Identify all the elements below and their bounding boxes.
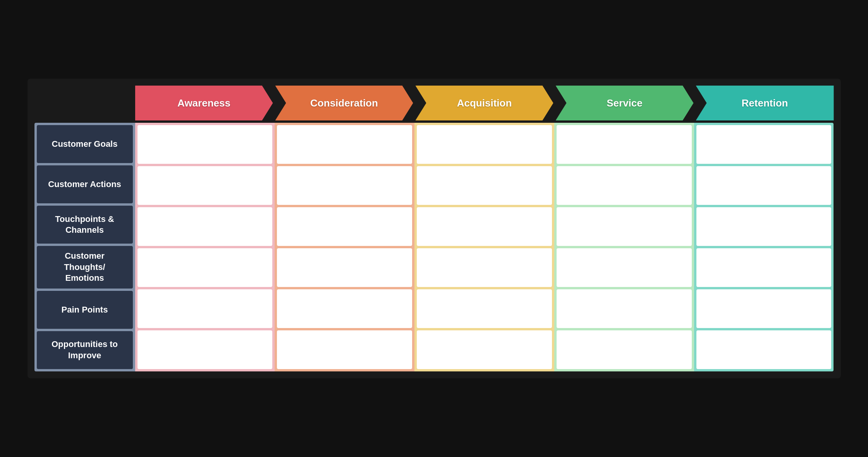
- cell-retention-touchpoints-channels[interactable]: [696, 207, 832, 246]
- cell-service-pain-points[interactable]: [557, 289, 692, 328]
- cell-awareness-customer-goals[interactable]: [138, 125, 273, 164]
- cell-service-touchpoints-channels[interactable]: [557, 207, 692, 246]
- phase-col-acquisition: [414, 123, 554, 371]
- phase-col-service: [554, 123, 694, 371]
- phase-col-awareness: [135, 123, 275, 371]
- cell-retention-customer-actions[interactable]: [696, 166, 832, 205]
- cell-consideration-opportunities-to-improve[interactable]: [277, 330, 412, 369]
- phases-grid: [135, 123, 834, 371]
- row-label-touchpoints-channels: Touchpoints &Channels: [37, 206, 133, 244]
- phase-col-consideration: [275, 123, 414, 371]
- cell-consideration-customer-thoughts-emotions[interactable]: [277, 248, 412, 287]
- phase-header-awareness: Awareness: [135, 86, 273, 120]
- journey-map: AwarenessConsiderationAcquisitionService…: [28, 79, 841, 378]
- cell-retention-opportunities-to-improve[interactable]: [696, 330, 832, 369]
- cell-awareness-customer-thoughts-emotions[interactable]: [138, 248, 273, 287]
- cell-consideration-touchpoints-channels[interactable]: [277, 207, 412, 246]
- cell-acquisition-opportunities-to-improve[interactable]: [417, 330, 552, 369]
- cell-consideration-customer-goals[interactable]: [277, 125, 412, 164]
- cell-awareness-pain-points[interactable]: [138, 289, 273, 328]
- row-label-customer-actions: Customer Actions: [37, 165, 133, 203]
- row-labels-column: Customer GoalsCustomer ActionsTouchpoint…: [34, 123, 135, 371]
- cell-service-customer-goals[interactable]: [557, 125, 692, 164]
- cell-retention-pain-points[interactable]: [696, 289, 832, 328]
- cell-acquisition-customer-actions[interactable]: [417, 166, 552, 205]
- cell-service-customer-actions[interactable]: [557, 166, 692, 205]
- row-label-pain-points: Pain Points: [37, 291, 133, 329]
- cell-retention-customer-thoughts-emotions[interactable]: [696, 248, 832, 287]
- cell-acquisition-touchpoints-channels[interactable]: [417, 207, 552, 246]
- cell-consideration-customer-actions[interactable]: [277, 166, 412, 205]
- cell-awareness-customer-actions[interactable]: [138, 166, 273, 205]
- cell-service-opportunities-to-improve[interactable]: [557, 330, 692, 369]
- cell-service-customer-thoughts-emotions[interactable]: [557, 248, 692, 287]
- row-label-customer-goals: Customer Goals: [37, 125, 133, 163]
- cell-awareness-opportunities-to-improve[interactable]: [138, 330, 273, 369]
- cell-acquisition-pain-points[interactable]: [417, 289, 552, 328]
- row-label-opportunities-to-improve: Opportunities toImprove: [37, 331, 133, 369]
- phase-header-retention: Retention: [696, 86, 834, 120]
- row-label-customer-thoughts-emotions: CustomerThoughts/Emotions: [37, 246, 133, 289]
- cell-awareness-touchpoints-channels[interactable]: [138, 207, 273, 246]
- content-area: Customer GoalsCustomer ActionsTouchpoint…: [34, 123, 834, 371]
- cell-acquisition-customer-thoughts-emotions[interactable]: [417, 248, 552, 287]
- phase-header-consideration: Consideration: [275, 86, 413, 120]
- cell-acquisition-customer-goals[interactable]: [417, 125, 552, 164]
- phase-header-service: Service: [556, 86, 694, 120]
- header-row: AwarenessConsiderationAcquisitionService…: [135, 86, 834, 120]
- cell-consideration-pain-points[interactable]: [277, 289, 412, 328]
- cell-retention-customer-goals[interactable]: [696, 125, 832, 164]
- phase-header-acquisition: Acquisition: [416, 86, 553, 120]
- phase-col-retention: [694, 123, 834, 371]
